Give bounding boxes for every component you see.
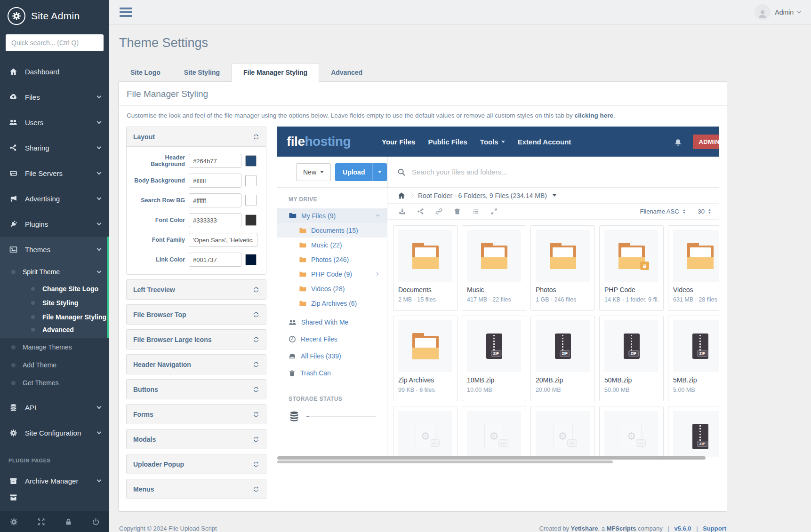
header-background-input[interactable]: [189, 154, 241, 168]
search-row-bg-input[interactable]: [189, 193, 241, 207]
refresh-icon[interactable]: [253, 486, 259, 492]
file-card-music[interactable]: Music 417 MB - 22 files: [462, 225, 526, 311]
sidebar-item-plugins[interactable]: Plugins: [0, 211, 109, 237]
tree-item-zip-archives[interactable]: Zip Archives (6): [277, 296, 387, 310]
font-family-input[interactable]: [189, 233, 257, 247]
tree-item-all-files[interactable]: All Files (339): [277, 348, 387, 365]
home-icon[interactable]: [398, 192, 405, 199]
refresh-icon[interactable]: [253, 386, 259, 393]
tree-item-photos[interactable]: Photos (246): [277, 252, 387, 267]
lock-icon[interactable]: [64, 518, 72, 526]
download-icon[interactable]: [399, 208, 406, 215]
preview-nav-extend-account[interactable]: Extend Account: [518, 138, 571, 146]
file-card-5mb-zip[interactable]: ZIP 5MB.zip 5.00 MB: [668, 316, 719, 401]
sidebar-item-manage-themes[interactable]: Manage Themes: [0, 338, 109, 356]
upload-dropdown-toggle[interactable]: [372, 163, 387, 181]
file-card-50mb-zip[interactable]: ZIP 50MB.zip 50.00 MB: [599, 316, 664, 401]
body-background-swatch[interactable]: [245, 175, 257, 186]
sidebar-item-advanced[interactable]: Advanced: [0, 324, 109, 338]
power-icon[interactable]: [92, 518, 100, 526]
preview-nav-your-files[interactable]: Your Files: [382, 138, 415, 146]
sidebar-item-files[interactable]: Files: [0, 84, 109, 110]
sidebar-item-dashboard[interactable]: Dashboard: [0, 59, 109, 84]
search-row-bg-swatch[interactable]: [245, 195, 257, 206]
refresh-icon[interactable]: [253, 361, 259, 368]
user-menu[interactable]: Admin: [755, 4, 801, 20]
file-card-20mb-zip[interactable]: ZIP 20MB.zip 20.00 MB: [530, 316, 595, 401]
sidebar-item-site-styling[interactable]: Site Styling: [0, 296, 109, 310]
sidebar-item-themes[interactable]: Themes: [0, 237, 109, 262]
new-button[interactable]: New: [296, 163, 331, 181]
tree-item-documents[interactable]: Documents (15): [277, 223, 387, 238]
tab-site-styling[interactable]: Site Styling: [172, 63, 232, 82]
settings-gear-icon[interactable]: [10, 518, 18, 526]
tree-item-videos[interactable]: Videos (28): [277, 281, 387, 296]
expand-view-icon[interactable]: [490, 208, 498, 215]
tree-item-shared-with-me[interactable]: Shared With Me: [277, 314, 387, 331]
horizontal-scrollbar[interactable]: [277, 456, 706, 460]
upload-button[interactable]: Upload: [335, 163, 387, 181]
link-color-input[interactable]: [189, 253, 241, 267]
list-view-icon[interactable]: [472, 208, 479, 215]
file-card-partial[interactable]: ⚙: [530, 406, 595, 457]
file-card-photos[interactable]: Photos 1 GB - 246 files: [530, 225, 595, 311]
sidebar-item-change-site-logo[interactable]: Change Site Logo: [0, 282, 109, 296]
file-card-documents[interactable]: Documents 2 MB - 15 files: [393, 225, 458, 311]
font-color-swatch[interactable]: [245, 214, 257, 226]
admin-button[interactable]: ADMIN: [693, 135, 719, 149]
file-card-partial[interactable]: ZIP: [668, 406, 719, 457]
file-card-partial[interactable]: ⚙: [599, 406, 664, 457]
tree-item-music[interactable]: Music (22): [277, 238, 387, 252]
sidebar-item-users[interactable]: Users: [0, 110, 109, 135]
tree-item-recent-files[interactable]: Recent Files: [277, 331, 387, 348]
sidebar-item-partial[interactable]: [0, 493, 109, 501]
refresh-icon[interactable]: [253, 436, 259, 443]
filehosting-logo[interactable]: filehosting: [287, 134, 351, 149]
mfscripts-link[interactable]: MFScripts: [607, 525, 636, 532]
sidebar-item-add-theme[interactable]: Add Theme: [0, 356, 109, 374]
sidebar-item-site-configuration[interactable]: Site Configuration: [0, 420, 109, 445]
sidebar-item-get-themes[interactable]: Get Themes: [0, 374, 109, 392]
yetishare-link[interactable]: Yetishare: [571, 525, 598, 532]
refresh-icon[interactable]: [253, 461, 259, 468]
hamburger-menu-icon[interactable]: [120, 6, 132, 19]
tree-item-my-files[interactable]: My Files (9): [277, 208, 387, 223]
sidebar-item-advertising[interactable]: Advertising: [0, 186, 109, 211]
preview-nav-public-files[interactable]: Public Files: [428, 138, 467, 146]
sidebar-item-file-manager-styling[interactable]: File Manager Styling: [0, 310, 109, 324]
refresh-icon[interactable]: [253, 311, 259, 318]
refresh-icon[interactable]: [253, 134, 259, 140]
trash-icon[interactable]: [454, 208, 461, 215]
preview-nav-tools[interactable]: Tools: [480, 138, 505, 146]
sidebar-item-file-servers[interactable]: File Servers: [0, 160, 109, 186]
tree-item-php-code[interactable]: PHP Code (9): [277, 267, 387, 281]
clicking-here-link[interactable]: clicking here: [575, 112, 614, 119]
refresh-icon[interactable]: [253, 411, 259, 418]
sidebar-item-archive-manager[interactable]: Archive Manager: [0, 468, 109, 493]
link-color-swatch[interactable]: [245, 254, 257, 265]
file-card-php-code[interactable]: PHP Code 14 KB - 1 folder, 9 fil...: [599, 225, 664, 311]
refresh-icon[interactable]: [253, 286, 259, 293]
file-card-partial[interactable]: ⚙: [462, 406, 526, 457]
sidebar-item-api[interactable]: API: [0, 395, 109, 420]
file-card-zip-archives[interactable]: Zip Archives 99 KB - 6 files: [393, 316, 458, 401]
link-icon[interactable]: [435, 208, 442, 215]
caret-down-icon[interactable]: [553, 194, 556, 197]
horizontal-scrollbar[interactable]: [277, 461, 613, 463]
sidebar-item-spirit-theme[interactable]: Spirit Theme: [0, 262, 109, 282]
sidebar-item-sharing[interactable]: Sharing: [0, 135, 109, 160]
share-icon[interactable]: [417, 208, 424, 215]
header-background-swatch[interactable]: [245, 155, 257, 167]
tab-file-manager-styling[interactable]: File Manager Styling: [232, 63, 319, 82]
font-color-input[interactable]: [189, 213, 241, 227]
tab-site-logo[interactable]: Site Logo: [119, 63, 172, 82]
body-background-input[interactable]: [189, 174, 241, 188]
breadcrumb-text[interactable]: Root Folder - 6 Folders, 9 Files (234.14…: [418, 192, 547, 199]
tree-item-trash-can[interactable]: Trash Can: [277, 365, 387, 381]
brand[interactable]: Site Admin: [0, 0, 109, 30]
bell-icon[interactable]: [674, 137, 683, 146]
accordion-layout-header[interactable]: Layout: [127, 127, 266, 146]
file-card-10mb-zip[interactable]: ZIP 10MB.zip 10.00 MB: [462, 316, 526, 401]
refresh-icon[interactable]: [253, 336, 259, 343]
preview-search-input[interactable]: [412, 168, 637, 176]
